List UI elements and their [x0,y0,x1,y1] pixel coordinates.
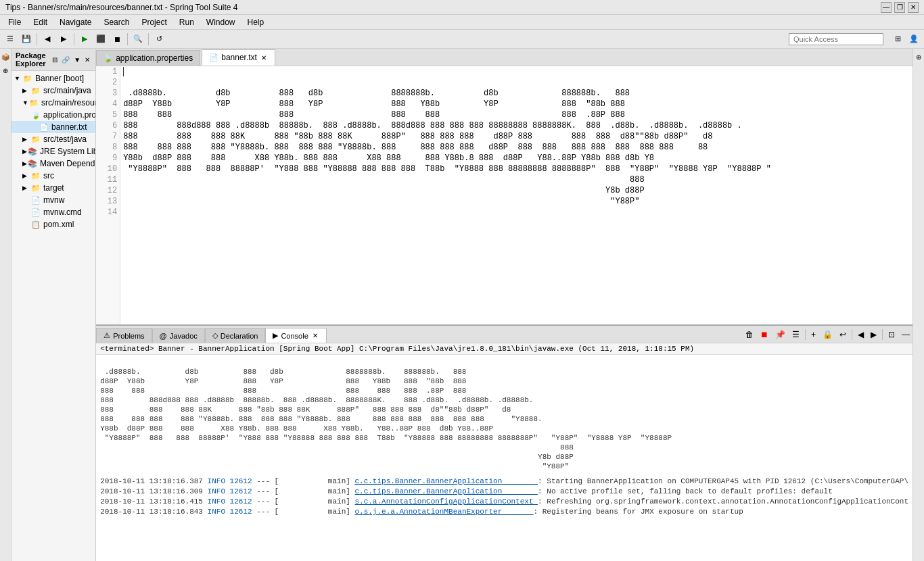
tab-banner-txt[interactable]: 📄 banner.txt ✕ [202,49,275,66]
left-strip: 📦 ⊕ [0,49,11,561]
tree-item-src-test-java[interactable]: ▶ 📁 src/test/java [11,133,95,145]
tree-item-mvnw-cmd[interactable]: 📄 mvnw.cmd [11,206,95,218]
toolbar-search[interactable]: 🔍 [131,32,145,47]
console-menu-icon[interactable]: ☰ [789,328,802,341]
console-clear-icon[interactable]: 🗑 [743,328,756,341]
tab-close-banner[interactable]: ✕ [260,53,268,62]
console-prev-icon[interactable]: ◀ [855,328,867,341]
editor-area: 🍃 application.properties 📄 banner.txt ✕ … [96,49,913,324]
console-next-icon[interactable]: ▶ [868,328,879,341]
toolbar-sep-3 [127,33,128,45]
title-bar-controls: — ❐ ✕ [881,2,919,13]
sidebar-close-icon[interactable]: ✕ [83,55,91,64]
sidebar-tree: ▼ 📁 Banner [boot] ▶ 📁 src/main/java ▼ 📁 … [11,71,95,561]
menu-run[interactable]: Run [174,16,200,28]
console-maximize-icon[interactable]: ⊡ [885,328,898,341]
problems-label: Problems [113,332,144,340]
line-7: 7 [96,131,117,142]
bottom-tab-console[interactable]: ▶ Console ✕ [265,328,326,343]
minimize-button[interactable]: — [881,2,892,13]
close-button[interactable]: ✕ [908,2,919,13]
strip-package-explorer[interactable]: 📦 [0,51,11,62]
line-1: 1 [96,66,117,77]
code-line-4: d88P Y88b Y8P 888 Y8P 888 Y88b Y8P 888 "… [123,99,910,109]
strip-icon-2[interactable]: ⊕ [0,65,11,76]
tree-item-src[interactable]: ▶ 📁 src [11,170,95,182]
btm-sep-2 [852,329,852,340]
menu-window[interactable]: Window [201,16,241,28]
title-bar-text: Tips - Banner/src/main/resources/banner.… [5,3,238,12]
code-line-2 [123,77,910,88]
tree-item-pom-xml[interactable]: 📋 pom.xml [11,218,95,230]
code-line-8: 888 888 888 888 "Y8888b. 888 888 888 "Y8… [123,142,910,153]
menu-project[interactable]: Project [136,16,172,28]
bottom-tabs: ⚠ Problems @ Javadoc ◇ Declaration ▶ Con… [96,326,327,343]
problems-icon: ⚠ [103,331,110,340]
tree-item-maven[interactable]: ▶ 📚 Maven Dependencies [11,157,95,170]
code-line-5: 888 888 888 888 888 888 .88P 888 [123,109,910,120]
console-spacer [100,471,908,477]
bottom-panel: ⚠ Problems @ Javadoc ◇ Declaration ▶ Con… [96,324,913,561]
toolbar: ☰ 💾 ◀ ▶ ▶ ⬛ ⏹ 🔍 ↺ ⊞ 👤 [0,30,924,49]
tree-item-src-main-resources[interactable]: ▼ 📁 src/main/resources [11,97,95,109]
menu-navigate[interactable]: Navigate [54,16,97,28]
sidebar-link-icon[interactable]: 🔗 [60,55,71,64]
tree-item-application-properties[interactable]: 🍃 application.properties [11,109,95,121]
console-tab-close[interactable]: ✕ [311,331,319,340]
console-wrap-icon[interactable]: ↩ [837,328,849,341]
line-8: 8 [96,142,117,153]
tree-item-mvnw[interactable]: 📄 mvnw [11,194,95,206]
toolbar-new[interactable]: ☰ [3,32,18,47]
toolbar-sep-1 [37,33,37,45]
line-numbers: 1 2 3 4 5 6 7 8 9 10 11 12 13 14 [96,66,120,324]
toolbar-refresh[interactable]: ↺ [152,32,166,47]
toolbar-perspective-2[interactable]: 👤 [906,32,921,47]
console-stop-icon[interactable]: ⏹ [758,328,771,341]
code-editor[interactable]: .d8888b. d8b 888 d8b 8888888b. d8b 88888… [120,66,913,324]
toolbar-stop[interactable]: ⏹ [110,32,124,47]
tree-item-src-main-java[interactable]: ▶ 📁 src/main/java [11,84,95,97]
toolbar-run[interactable]: ▶ [77,32,92,47]
code-line-9: Y88b d88P 888 888 X88 Y88b. 888 888 X88 … [123,153,910,164]
sidebar-menu-icon[interactable]: ▼ [72,55,82,64]
menu-help[interactable]: Help [242,16,270,28]
tree-item-banner-txt[interactable]: 📄 banner.txt [11,121,95,133]
code-line-11: 888 [123,174,910,185]
console-ascii-art: .d8888b. d8b 888 d8b 8888888b. 888888b. … [100,358,908,471]
line-12: 12 [96,185,117,196]
toolbar-perspective-1[interactable]: ⊞ [890,32,905,47]
toolbar-fwd[interactable]: ▶ [56,32,71,47]
toolbar-debug[interactable]: ⬛ [93,32,108,47]
line-14: 14 [96,207,117,218]
line-11: 11 [96,174,117,185]
tree-item-banner[interactable]: ▼ 📁 Banner [boot] [11,72,95,84]
line-3: 3 [96,88,117,99]
code-line-7: 888 888 888 88K 888 "88b 888 88K 888P" 8… [123,131,910,142]
tab-label-txt: banner.txt [221,53,257,62]
console-body[interactable]: .d8888b. d8b 888 d8b 8888888b. 888888b. … [96,355,913,561]
maximize-button[interactable]: ❐ [894,2,905,13]
sidebar-collapse-icon[interactable]: ⊟ [51,55,59,64]
bottom-tab-problems[interactable]: ⚠ Problems [96,328,152,343]
console-new-icon[interactable]: + [808,328,818,341]
tree-item-jre[interactable]: ▶ 📚 JRE System Library [JavaSE-1.8] [11,145,95,157]
bottom-tab-bar: ⚠ Problems @ Javadoc ◇ Declaration ▶ Con… [96,326,913,343]
toolbar-back[interactable]: ◀ [40,32,55,47]
tab-application-properties[interactable]: 🍃 application.properties [96,50,200,66]
toolbar-save[interactable]: 💾 [19,32,34,47]
line-4: 4 [96,99,117,109]
bottom-tab-javadoc[interactable]: @ Javadoc [152,328,205,343]
right-strip: ⊕ [913,49,924,561]
console-minimize-icon[interactable]: — [899,328,913,341]
quick-access-input[interactable] [789,33,883,45]
console-pin-icon[interactable]: 📌 [772,328,788,341]
code-line-13: "Y88P" [123,196,910,207]
bottom-tab-declaration[interactable]: ◇ Declaration [205,328,266,343]
right-strip-icon-1[interactable]: ⊕ [913,51,924,62]
tree-item-target[interactable]: ▶ 📁 target [11,182,95,194]
menu-search[interactable]: Search [98,16,135,28]
console-scroll-lock[interactable]: 🔒 [820,328,835,341]
menu-file[interactable]: File [3,16,26,28]
menu-edit[interactable]: Edit [28,16,53,28]
log-line-1: 2018-10-11 13:18:16.387 INFO 12612 --- [… [100,477,908,487]
